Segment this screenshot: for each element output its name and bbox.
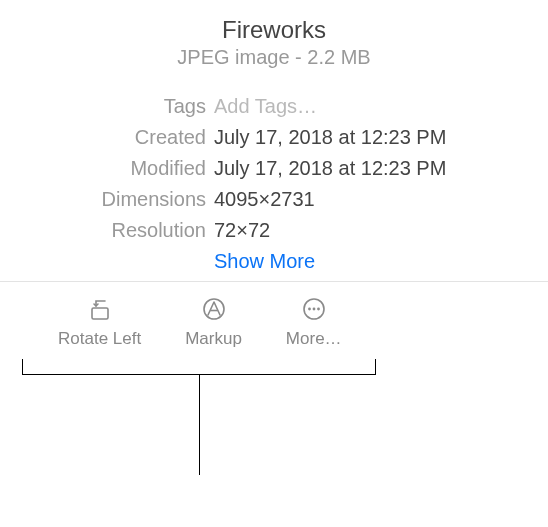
svg-point-6 <box>317 308 320 311</box>
rotate-left-label: Rotate Left <box>58 329 141 349</box>
tags-field[interactable]: Add Tags… <box>214 93 548 120</box>
preview-info-panel: Fireworks JPEG image - 2.2 MB Tags Add T… <box>0 0 548 371</box>
metadata-grid: Tags Add Tags… Created July 17, 2018 at … <box>0 93 548 275</box>
markup-button[interactable]: Markup <box>185 296 242 349</box>
file-title: Fireworks <box>0 16 548 44</box>
svg-point-5 <box>312 308 315 311</box>
resolution-value: 72×72 <box>214 217 548 244</box>
callout-bracket <box>22 359 376 475</box>
file-subtitle: JPEG image - 2.2 MB <box>0 46 548 69</box>
dimensions-label: Dimensions <box>0 186 206 213</box>
markup-label: Markup <box>185 329 242 349</box>
more-label: More… <box>286 329 342 349</box>
modified-value: July 17, 2018 at 12:23 PM <box>214 155 548 182</box>
more-button[interactable]: More… <box>286 296 342 349</box>
dimensions-value: 4095×2731 <box>214 186 548 213</box>
rotate-left-icon <box>87 296 113 322</box>
created-label: Created <box>0 124 206 151</box>
svg-point-4 <box>308 308 311 311</box>
rotate-left-button[interactable]: Rotate Left <box>58 296 141 349</box>
show-more-link[interactable]: Show More <box>214 248 548 275</box>
svg-rect-0 <box>92 308 108 319</box>
quick-actions-toolbar: Rotate Left Markup <box>58 282 548 371</box>
more-icon <box>301 296 327 322</box>
created-value: July 17, 2018 at 12:23 PM <box>214 124 548 151</box>
tags-label: Tags <box>0 93 206 120</box>
markup-icon <box>201 296 227 322</box>
resolution-label: Resolution <box>0 217 206 244</box>
modified-label: Modified <box>0 155 206 182</box>
